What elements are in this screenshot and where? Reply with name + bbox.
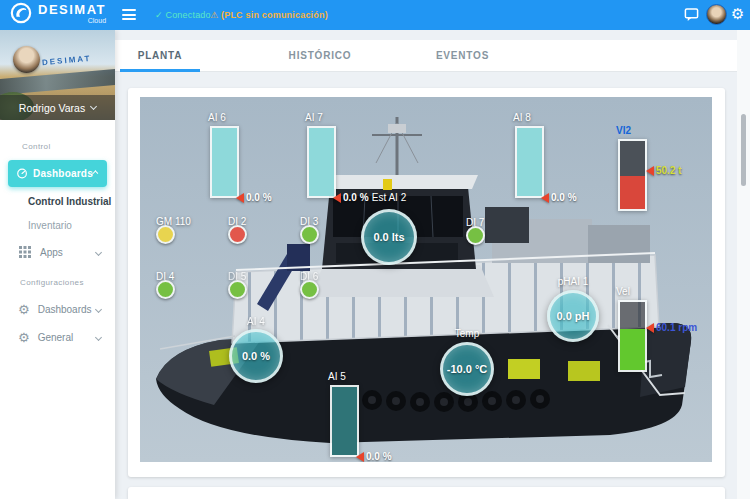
led-dot	[228, 225, 247, 244]
sidebar-item-control-industrial[interactable]: Control Industrial	[0, 196, 115, 207]
tab-bar: PLANTA HISTÓRICO EVENTOS	[115, 40, 750, 72]
chevron-down-icon	[95, 306, 102, 313]
user-avatar[interactable]	[706, 4, 727, 25]
apps-grid-icon	[19, 246, 31, 258]
tab-eventos[interactable]: EVENTOS	[415, 40, 510, 71]
gauge-vi2[interactable]: VI2 50.2 t	[618, 139, 647, 211]
sidebar-item-label: Inventario	[28, 220, 72, 231]
sidebar-item-label: Dashboards	[33, 168, 93, 179]
status-plc-warning: ⚠ (PLC sin comunicación)	[210, 10, 328, 20]
led-di6[interactable]: DI 6	[300, 280, 319, 299]
sidebar-item-label: General	[38, 332, 74, 343]
led-dot	[300, 225, 319, 244]
led-di5[interactable]: DI 5	[228, 280, 247, 299]
chevron-down-icon	[95, 334, 102, 341]
dial-value: 0.0 %	[242, 350, 270, 362]
section-label-config: Configuraciones	[20, 278, 84, 287]
profile-header: DESIMAT Rodrigo Varas	[0, 30, 115, 120]
brand-logo-block[interactable]: DESIMAT Cloud	[10, 2, 106, 24]
led-dot	[156, 280, 175, 299]
brand-name: DESIMAT	[38, 3, 106, 16]
dial-value: 0.0 lts	[373, 231, 404, 243]
sidebar-item-label: Apps	[40, 247, 63, 258]
tab-historico[interactable]: HISTÓRICO	[270, 40, 370, 71]
chevron-down-icon	[90, 103, 97, 110]
led-dot	[466, 226, 485, 245]
desimat-logo-icon	[10, 2, 32, 24]
marker-icon	[333, 193, 341, 203]
marker-icon	[646, 166, 654, 176]
sidebar-item-apps[interactable]: Apps	[0, 246, 115, 258]
led-di2[interactable]: DI 2	[228, 225, 247, 244]
gauge-vel[interactable]: Vel 60.1 rpm	[618, 300, 647, 372]
top-navbar: DESIMAT Cloud ✓ Conectado ⚠ (PLC sin com…	[0, 0, 750, 30]
marker-icon	[541, 193, 549, 203]
sidebar-item-label: Control Industrial	[28, 196, 111, 207]
scrollbar-thumb[interactable]	[741, 114, 746, 186]
user-name: Rodrigo Varas	[19, 102, 85, 114]
led-dot	[300, 280, 319, 299]
dial-value: 0.0 pH	[556, 310, 589, 322]
brand-subtitle: Cloud	[38, 17, 106, 24]
sidebar-item-label: Dashboards	[38, 304, 92, 315]
marker-icon	[236, 193, 244, 203]
marker-icon	[356, 452, 364, 462]
section-label-control: Control	[22, 142, 51, 151]
marker-icon	[646, 323, 654, 333]
dial-phai1[interactable]: pHAI 1 0.0 pH	[547, 290, 599, 342]
gauge-ai5[interactable]: AI 5 0.0 %	[330, 385, 359, 457]
user-menu[interactable]: Rodrigo Varas	[0, 95, 115, 120]
led-gm110[interactable]: GM 110	[156, 225, 175, 244]
status-connected: ✓ Conectado	[155, 10, 211, 20]
led-di7[interactable]: DI 7	[466, 226, 485, 245]
tab-planta[interactable]: PLANTA	[120, 40, 200, 71]
scrollbar-track[interactable]	[737, 30, 750, 499]
dial-est-ai2[interactable]: Est AI 2 0.0 lts	[361, 209, 417, 265]
sidebar-item-config-dashboards[interactable]: ⚙ Dashboards	[0, 302, 115, 317]
warning-icon: ⚠	[210, 10, 218, 20]
dial-temp[interactable]: Temp -10.0 °C	[440, 342, 494, 396]
building-signage-text: DESIMAT	[42, 54, 92, 67]
sidebar-item-general[interactable]: ⚙ General	[0, 330, 115, 345]
check-icon: ✓	[155, 10, 163, 20]
dial-value: -10.0 °C	[447, 363, 487, 375]
led-dot	[228, 280, 247, 299]
plant-visualization: AI 6 0.0 % AI 7 0.0 % AI 8 0.0 % VI2 50.…	[140, 97, 712, 462]
building-photo	[0, 69, 115, 95]
sidebar-item-inventario[interactable]: Inventario	[0, 220, 115, 231]
menu-hamburger-icon[interactable]	[122, 9, 136, 20]
next-card-edge	[128, 487, 725, 499]
gear-icon: ⚙	[18, 302, 30, 317]
gauge-ai8[interactable]: AI 8 0.0 %	[515, 126, 544, 198]
chevron-down-icon	[95, 248, 102, 255]
profile-avatar[interactable]	[13, 46, 40, 73]
led-di4[interactable]: DI 4	[156, 280, 175, 299]
dial-ai4[interactable]: AI 4 0.0 %	[229, 329, 283, 383]
chat-icon[interactable]	[684, 7, 699, 22]
desimat-cloud-app: DESIMAT Cloud ✓ Conectado ⚠ (PLC sin com…	[0, 0, 750, 499]
gear-icon: ⚙	[18, 330, 30, 345]
dashboard-icon	[17, 167, 27, 180]
led-di3[interactable]: DI 3	[300, 225, 319, 244]
sidebar: DESIMAT Rodrigo Varas Control Dashboards…	[0, 30, 115, 499]
led-dot	[156, 225, 175, 244]
sidebar-item-dashboards[interactable]: Dashboards	[8, 160, 107, 187]
settings-gear-icon[interactable]: ⚙	[731, 5, 744, 23]
gauge-ai7[interactable]: AI 7 0.0 %	[307, 126, 336, 198]
gauge-ai6[interactable]: AI 6 0.0 %	[210, 126, 239, 198]
